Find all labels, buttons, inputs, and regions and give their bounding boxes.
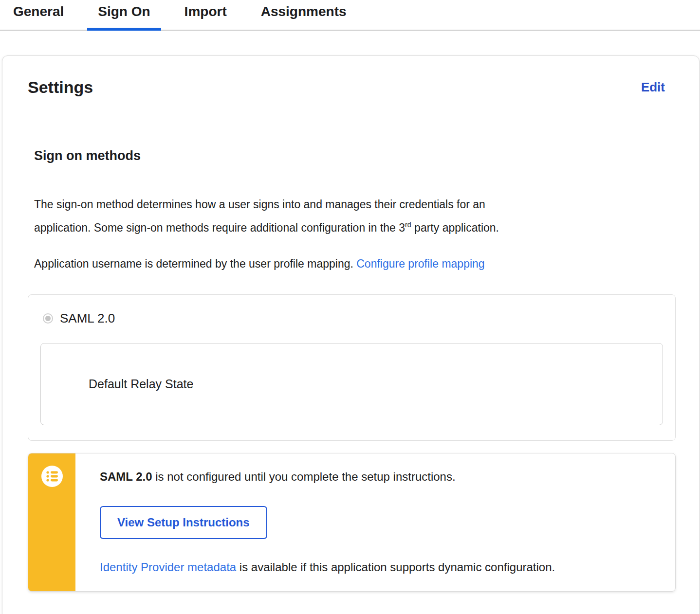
tab-import[interactable]: Import bbox=[174, 0, 238, 30]
sign-on-methods-description: The sign-on method determines how a user… bbox=[34, 193, 676, 239]
callout-body: SAML 2.0 is not configured until you com… bbox=[75, 453, 675, 591]
tab-general-label: General bbox=[13, 4, 64, 19]
tab-assignments-label: Assignments bbox=[261, 4, 347, 19]
configure-profile-mapping-link[interactable]: Configure profile mapping bbox=[356, 257, 484, 270]
callout-warning-strip bbox=[28, 453, 75, 591]
description-line1: The sign-on method determines how a user… bbox=[34, 198, 485, 211]
view-setup-instructions-button[interactable]: View Setup Instructions bbox=[100, 506, 267, 539]
settings-title: Settings bbox=[28, 78, 93, 97]
tab-sign-on[interactable]: Sign On bbox=[87, 0, 161, 30]
settings-header: Settings Edit bbox=[28, 78, 676, 97]
list-icon bbox=[41, 466, 63, 487]
edit-link[interactable]: Edit bbox=[641, 80, 665, 95]
tab-assignments[interactable]: Assignments bbox=[250, 0, 357, 30]
metadata-rest: is available if this application support… bbox=[236, 560, 555, 574]
saml-radio-row: SAML 2.0 bbox=[28, 311, 675, 326]
sign-on-methods-heading: Sign on methods bbox=[34, 148, 676, 163]
tab-sign-on-label: Sign On bbox=[98, 4, 150, 19]
settings-card: Settings Edit Sign on methods The sign-o… bbox=[2, 55, 700, 614]
metadata-line: Identity Provider metadata is available … bbox=[100, 560, 661, 574]
description-line2-start: application. Some sign-on methods requir… bbox=[34, 221, 405, 234]
callout-message-bold: SAML 2.0 bbox=[100, 470, 152, 483]
identity-provider-metadata-link[interactable]: Identity Provider metadata bbox=[100, 560, 236, 574]
callout-message-rest: is not configured until you complete the… bbox=[152, 470, 456, 483]
tab-import-label: Import bbox=[184, 4, 227, 19]
default-relay-state-field[interactable]: Default Relay State bbox=[40, 343, 663, 425]
callout-message: SAML 2.0 is not configured until you com… bbox=[100, 470, 661, 484]
saml-option-box: SAML 2.0 Default Relay State bbox=[28, 294, 676, 441]
saml-setup-callout: SAML 2.0 is not configured until you com… bbox=[28, 453, 676, 592]
tab-general[interactable]: General bbox=[2, 0, 74, 30]
saml-radio-label: SAML 2.0 bbox=[60, 311, 115, 326]
username-mapping-text: Application username is determined by th… bbox=[34, 257, 356, 270]
description-superscript: rd bbox=[405, 221, 411, 229]
app-tab-bar: General Sign On Import Assignments bbox=[0, 0, 700, 31]
default-relay-state-label: Default Relay State bbox=[89, 377, 193, 391]
description-line2-end: party application. bbox=[411, 221, 499, 234]
username-mapping-line: Application username is determined by th… bbox=[34, 252, 676, 275]
saml-radio-button[interactable] bbox=[43, 313, 53, 324]
